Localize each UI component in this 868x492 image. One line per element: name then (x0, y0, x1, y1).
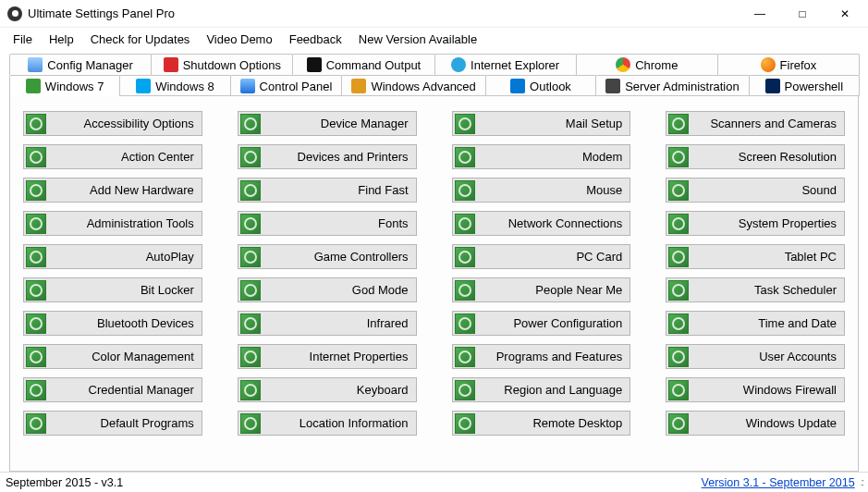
setting-button-remote-desktop[interactable]: Remote Desktop (452, 411, 631, 436)
green-square-icon (668, 180, 689, 201)
tab-control-panel[interactable]: Control Panel (230, 75, 343, 96)
green-square-icon (240, 413, 261, 434)
setting-button-devices-and-printers[interactable]: Devices and Printers (238, 144, 417, 169)
setting-button-keyboard[interactable]: Keyboard (238, 377, 417, 402)
setting-button-time-and-date[interactable]: Time and Date (666, 311, 845, 336)
setting-button-find-fast[interactable]: Find Fast (238, 178, 417, 203)
setting-button-pc-card[interactable]: PC Card (452, 244, 631, 269)
green-square-icon (668, 314, 689, 334)
green-square-icon (668, 280, 689, 301)
titlebar: Ultimate Settings Panel Pro ― □ ✕ (0, 0, 868, 28)
setting-button-programs-and-features[interactable]: Programs and Features (452, 344, 631, 369)
tab-control: Config Manager Shutdown Options Command … (0, 52, 868, 472)
setting-button-bluetooth-devices[interactable]: Bluetooth Devices (23, 311, 202, 336)
setting-button-default-programs[interactable]: Default Programs (23, 411, 202, 436)
windows-icon (136, 79, 151, 93)
setting-button-system-properties[interactable]: System Properties (666, 211, 845, 236)
tabs-row-2: Windows 7 Windows 8 Control Panel Window… (9, 75, 859, 96)
tab-shutdown-options[interactable]: Shutdown Options (151, 54, 293, 75)
green-square-icon (240, 347, 261, 367)
tab-label: Shutdown Options (183, 58, 281, 72)
window-title: Ultimate Settings Panel Pro (28, 6, 175, 20)
setting-button-action-center[interactable]: Action Center (23, 144, 202, 169)
minimize-button[interactable]: ― (739, 0, 781, 28)
setting-button-screen-resolution[interactable]: Screen Resolution (666, 144, 845, 169)
setting-button-scanners-and-cameras[interactable]: Scanners and Cameras (666, 111, 845, 136)
setting-button-autoplay[interactable]: AutoPlay (23, 244, 202, 269)
version-link[interactable]: Version 3.1 - September 2015 (702, 476, 855, 489)
tab-internet-explorer[interactable]: Internet Explorer (434, 54, 577, 75)
menu-help[interactable]: Help (49, 32, 74, 46)
setting-button-mail-setup[interactable]: Mail Setup (452, 111, 631, 136)
setting-button-administration-tools[interactable]: Administration Tools (23, 211, 202, 236)
tab-label: Command Output (326, 58, 422, 72)
tab-server-administration[interactable]: Server Administration (595, 75, 750, 96)
setting-button-color-management[interactable]: Color Management (23, 344, 202, 369)
menu-file[interactable]: File (13, 32, 32, 46)
setting-button-label: God Mode (264, 283, 416, 297)
setting-button-god-mode[interactable]: God Mode (238, 277, 417, 302)
setting-button-credential-manager[interactable]: Credential Manager (23, 377, 202, 402)
resize-grip[interactable]: .:: (861, 477, 862, 487)
statusbar: September 2015 - v3.1 Version 3.1 - Sept… (0, 472, 868, 492)
tab-panel-windows-7: Accessibility OptionsDevice ManagerMail … (9, 95, 859, 472)
setting-button-game-controllers[interactable]: Game Controllers (238, 244, 417, 269)
setting-button-label: People Near Me (479, 283, 630, 297)
maximize-button[interactable]: □ (781, 0, 824, 28)
tab-chrome[interactable]: Chrome (576, 54, 718, 75)
green-square-icon (455, 147, 475, 167)
tab-firefox[interactable]: Firefox (717, 54, 860, 75)
setting-button-label: System Properties (692, 216, 844, 230)
setting-button-device-manager[interactable]: Device Manager (238, 111, 417, 136)
setting-button-add-new-hardware[interactable]: Add New Hardware (23, 178, 202, 203)
menu-new-version[interactable]: New Version Available (359, 32, 477, 46)
setting-button-label: Windows Firewall (692, 383, 844, 397)
green-square-icon (240, 280, 261, 301)
ie-icon (451, 57, 466, 72)
green-square-icon (240, 314, 261, 334)
setting-button-people-near-me[interactable]: People Near Me (452, 277, 631, 302)
setting-button-modem[interactable]: Modem (452, 144, 631, 169)
tab-label: Windows 7 (45, 80, 104, 93)
tab-command-output[interactable]: Command Output (292, 54, 434, 75)
setting-button-infrared[interactable]: Infrared (238, 311, 417, 336)
setting-button-user-accounts[interactable]: User Accounts (666, 344, 845, 369)
tab-windows-7[interactable]: Windows 7 (9, 75, 120, 96)
menu-feedback[interactable]: Feedback (289, 32, 342, 46)
setting-button-region-and-language[interactable]: Region and Language (452, 377, 631, 402)
menu-check-updates[interactable]: Check for Updates (91, 32, 190, 46)
tab-label: Control Panel (260, 80, 333, 93)
setting-button-tablet-pc[interactable]: Tablet PC (666, 244, 845, 269)
menu-video-demo[interactable]: Video Demo (206, 32, 272, 46)
setting-button-windows-firewall[interactable]: Windows Firewall (666, 377, 845, 402)
green-square-icon (26, 413, 46, 434)
tab-label: Outlook (530, 80, 571, 93)
tab-windows-8[interactable]: Windows 8 (119, 75, 230, 96)
setting-button-fonts[interactable]: Fonts (238, 211, 417, 236)
close-button[interactable]: ✕ (824, 0, 866, 28)
settings-grid: Accessibility OptionsDevice ManagerMail … (23, 111, 845, 436)
setting-button-accessibility-options[interactable]: Accessibility Options (23, 111, 202, 136)
green-square-icon (668, 413, 689, 434)
setting-button-label: Find Fast (264, 183, 416, 197)
app-icon (7, 6, 22, 21)
setting-button-windows-update[interactable]: Windows Update (666, 411, 845, 436)
tab-powershell[interactable]: Powershell (749, 75, 860, 96)
setting-button-power-configuration[interactable]: Power Configuration (452, 311, 631, 336)
green-square-icon (668, 147, 689, 167)
tab-outlook[interactable]: Outlook (485, 75, 596, 96)
setting-button-location-information[interactable]: Location Information (238, 411, 417, 436)
tab-config-manager[interactable]: Config Manager (9, 54, 152, 75)
tab-windows-advanced[interactable]: Windows Advanced (341, 75, 485, 96)
setting-button-task-scheduler[interactable]: Task Scheduler (666, 277, 845, 302)
green-square-icon (240, 180, 261, 201)
tab-label: Windows 8 (155, 80, 214, 93)
setting-button-network-connections[interactable]: Network Connections (452, 211, 631, 236)
setting-button-label: Screen Resolution (692, 150, 844, 164)
setting-button-label: PC Card (479, 250, 630, 264)
setting-button-bit-locker[interactable]: Bit Locker (23, 277, 202, 302)
setting-button-internet-properties[interactable]: Internet Properties (238, 344, 417, 369)
setting-button-mouse[interactable]: Mouse (452, 178, 631, 203)
setting-button-sound[interactable]: Sound (666, 178, 845, 203)
setting-button-label: Devices and Printers (264, 150, 416, 164)
